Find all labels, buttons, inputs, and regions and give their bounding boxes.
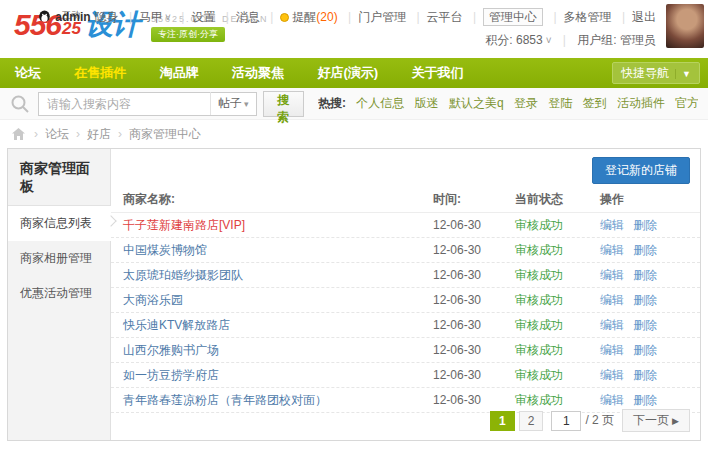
usergroup-value[interactable]: 用户组: 管理员 (577, 33, 656, 47)
userbar-item[interactable]: 马甲 (122, 10, 171, 24)
search-input[interactable] (39, 94, 210, 114)
userbar-item-label: 云平台 (427, 10, 463, 24)
shop-name-link[interactable]: 快乐迪KTV解放路店 (123, 318, 230, 332)
nav-item[interactable]: 论坛 (0, 58, 56, 88)
user-toolbar: admin隐身 马甲 设置 消息 提醒(20) 门户管理 云平台 管理中心 多格… (38, 9, 656, 27)
chevron-down-icon: ▾ (244, 99, 249, 109)
delete-link[interactable]: 删除 (633, 293, 657, 307)
stats-divider: | (563, 33, 566, 47)
userbar-item[interactable]: 门户管理 (341, 10, 406, 24)
shop-name-link[interactable]: 大商浴乐园 (123, 293, 183, 307)
shop-name-link[interactable]: 千子莲新建南路店[VIP] (123, 218, 245, 232)
row-date: 12-06-30 (433, 393, 515, 407)
userbar-item[interactable]: 云平台 (409, 10, 462, 24)
col-actions-header: 操作 (600, 191, 700, 208)
userbar-item-label: 多格管理 (564, 10, 612, 24)
hot-search-link[interactable]: 登录 (514, 96, 538, 110)
hot-search-link[interactable]: 版迷 (415, 96, 439, 110)
edit-link[interactable]: 编辑 (600, 393, 624, 407)
page-1-current[interactable]: 1 (490, 411, 515, 431)
edit-link[interactable]: 编辑 (600, 243, 624, 257)
delete-link[interactable]: 删除 (633, 218, 657, 232)
home-icon[interactable] (12, 128, 25, 140)
hot-search-link[interactable]: 默认之美q (449, 96, 504, 110)
sidebar-item[interactable]: 商家相册管理 (8, 241, 110, 276)
user-stats: 积分: 6853˅ | 用户组: 管理员 (485, 32, 656, 49)
page-total-label: / 2 页 (585, 412, 614, 429)
status-badge: 审核成功 (515, 368, 563, 382)
hot-search-link[interactable]: 登陆 (548, 96, 572, 110)
edit-link[interactable]: 编辑 (600, 343, 624, 357)
row-date: 12-06-30 (433, 368, 515, 382)
sidebar-item[interactable]: 优惠活动管理 (8, 276, 110, 311)
hot-search-link[interactable]: 官方 (675, 96, 698, 110)
table-row: 大商浴乐园 12-06-30 审核成功 编辑 删除 (111, 288, 700, 313)
edit-link[interactable]: 编辑 (600, 218, 624, 232)
userbar-item[interactable]: 消息 (219, 10, 260, 24)
sidebar-item[interactable]: 商家信息列表 (8, 206, 111, 241)
register-shop-button[interactable]: 登记新的店铺 (592, 157, 690, 184)
credits-value[interactable]: 积分: 6853 (485, 33, 542, 47)
page-2-link[interactable]: 2 (519, 411, 544, 431)
hot-search-link[interactable]: 个人信息 (356, 96, 404, 110)
shop-name-link[interactable]: 山西尔雅购书广场 (123, 343, 219, 357)
delete-link[interactable]: 删除 (633, 243, 657, 257)
col-name-header: 商家名称: (111, 191, 433, 208)
delete-link[interactable]: 删除 (633, 318, 657, 332)
hot-search-link[interactable]: 活动插件 (617, 96, 665, 110)
hot-search-link[interactable]: 签到 (583, 96, 607, 110)
row-date: 12-06-30 (433, 218, 515, 232)
userbar-item[interactable]: 退出 (615, 10, 656, 24)
search-button[interactable]: 搜索 (263, 91, 304, 117)
shop-name-link[interactable]: 青年路春莲凉粉店（青年路团校对面） (123, 393, 327, 407)
logo-slogan-badge: 专注·原创·分享 (151, 27, 225, 42)
panel-sidebar: 商家管理面板 商家信息列表 商家相册管理 优惠活动管理 (8, 149, 111, 440)
search-category-dropdown[interactable]: 帖子▾ (210, 92, 256, 115)
page-jump-input[interactable] (551, 411, 581, 431)
edit-link[interactable]: 编辑 (600, 368, 624, 382)
row-date: 12-06-30 (433, 318, 515, 332)
edit-link[interactable]: 编辑 (600, 318, 624, 332)
invisible-status-link[interactable]: 隐身 (95, 10, 119, 24)
nav-item[interactable]: 活动聚焦 (217, 58, 299, 88)
arrow-right-icon: ▶ (672, 416, 679, 426)
username-link[interactable]: admin (55, 10, 90, 24)
shop-name-link[interactable]: 如一坊豆捞学府店 (123, 368, 219, 382)
table-row: 中国煤炭博物馆 12-06-30 审核成功 编辑 删除 (111, 238, 700, 263)
nav-item[interactable]: 淘品牌 (145, 58, 214, 88)
table-row: 太原琥珀婚纱摄影团队 12-06-30 审核成功 编辑 删除 (111, 263, 700, 288)
site-header: 556 互动 25 设计 55625.COM DESIGN 专注·原创·分享 a… (0, 0, 708, 58)
nav-item[interactable]: 关于我们 (396, 58, 478, 88)
userbar-item[interactable]: 提醒(20) (263, 10, 337, 24)
breadcrumb-item[interactable]: 好店 (69, 126, 111, 143)
remind-count: (20) (316, 10, 337, 24)
panel-content: 登记新的店铺 商家名称: 时间: 当前状态 操作 千子莲新建南路店[VIP] 1… (111, 149, 700, 440)
edit-link[interactable]: 编辑 (600, 293, 624, 307)
col-time-header: 时间: (433, 191, 515, 208)
nav-item[interactable]: 在售插件 (59, 58, 141, 88)
delete-link[interactable]: 删除 (633, 343, 657, 357)
edit-link[interactable]: 编辑 (600, 268, 624, 282)
status-badge: 审核成功 (515, 268, 563, 282)
delete-link[interactable]: 删除 (633, 268, 657, 282)
delete-link[interactable]: 删除 (633, 368, 657, 382)
credits-caret-icon: ˅ (546, 35, 552, 46)
userbar-item[interactable]: 设置 (174, 10, 215, 24)
shop-name-link[interactable]: 中国煤炭博物馆 (123, 243, 207, 257)
shop-name-link[interactable]: 太原琥珀婚纱摄影团队 (123, 268, 243, 282)
table-row: 山西尔雅购书广场 12-06-30 审核成功 编辑 删除 (111, 338, 700, 363)
next-page-button[interactable]: 下一页▶ (622, 409, 690, 432)
hot-search-label: 热搜: (318, 96, 346, 110)
row-date: 12-06-30 (433, 293, 515, 307)
avatar[interactable] (666, 4, 704, 48)
breadcrumb-item[interactable]: 商家管理中心 (111, 126, 201, 143)
userbar-item[interactable]: 多格管理 (546, 10, 611, 24)
userbar-item[interactable]: 管理中心 (466, 10, 543, 24)
table-row: 如一坊豆捞学府店 12-06-30 审核成功 编辑 删除 (111, 363, 700, 388)
remind-bulb-icon (280, 13, 289, 22)
hot-search: 热搜: 个人信息 版迷 默认之美q 登录 登陆 签到 活动插件 官方 美化 黑色… (318, 95, 698, 112)
nav-item[interactable]: 好店(演示) (302, 58, 393, 88)
delete-link[interactable]: 删除 (633, 393, 657, 407)
quick-nav-button[interactable]: 快捷导航▼ (612, 62, 700, 84)
breadcrumb-item[interactable]: 论坛 (27, 126, 69, 143)
